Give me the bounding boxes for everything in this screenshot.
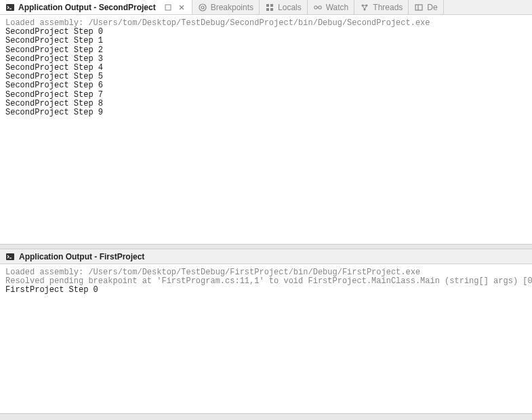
tab-watch[interactable]: Watch <box>308 0 355 14</box>
output-line: SecondProject Step 9 <box>5 108 527 117</box>
output-line: SecondProject Step 3 <box>5 55 527 64</box>
tab-application-output[interactable]: Application Output - SecondProject <box>0 0 192 14</box>
minimize-icon[interactable] <box>163 3 173 12</box>
tab-locals[interactable]: Locals <box>260 0 308 14</box>
output-text-top[interactable]: Loaded assembly: /Users/tom/Desktop/Test… <box>0 15 532 121</box>
tab-debug[interactable]: De <box>409 0 443 14</box>
grid-icon <box>265 3 274 12</box>
svg-point-6 <box>201 6 204 9</box>
tab-threads[interactable]: Threads <box>354 0 409 14</box>
svg-rect-9 <box>266 8 269 11</box>
output-line: SecondProject Step 8 <box>5 100 527 108</box>
tab-label: Breakpoints <box>211 3 253 12</box>
tab-label: Locals <box>278 3 302 12</box>
glasses-icon <box>313 3 323 12</box>
tab-label: De <box>427 3 437 12</box>
output-line: SecondProject Step 2 <box>5 46 527 55</box>
output-line: SecondProject Step 1 <box>5 37 527 45</box>
output-pane-bottom: Loaded assembly: /Users/tom/Desktop/Test… <box>0 264 532 413</box>
target-icon <box>198 3 207 12</box>
output-text-bottom[interactable]: Loaded assembly: /Users/tom/Desktop/Test… <box>0 264 532 299</box>
threads-icon <box>360 3 369 12</box>
terminal-icon <box>5 252 15 261</box>
output-line: SecondProject Step 7 <box>5 91 527 100</box>
svg-line-18 <box>363 5 365 9</box>
tab-label: Watch <box>326 3 349 12</box>
svg-rect-22 <box>6 253 14 260</box>
svg-rect-20 <box>415 5 422 10</box>
output-header-title: Application Output - FirstProject <box>19 252 144 261</box>
svg-point-11 <box>314 5 316 8</box>
output-pane-top: Loaded assembly: /Users/tom/Desktop/Test… <box>0 15 532 244</box>
svg-line-19 <box>365 5 367 9</box>
status-bar <box>0 413 532 420</box>
svg-point-5 <box>199 4 206 11</box>
terminal-icon <box>5 3 15 12</box>
output-line: SecondProject Step 6 <box>5 81 527 90</box>
tab-label: Application Output - SecondProject <box>18 3 156 12</box>
svg-rect-0 <box>6 4 14 11</box>
tab-breakpoints[interactable]: Breakpoints <box>192 0 260 14</box>
svg-point-12 <box>319 5 321 8</box>
output-line: FirstProject Step 0 <box>5 286 527 295</box>
svg-rect-10 <box>270 8 273 11</box>
splitter[interactable] <box>0 244 532 249</box>
svg-rect-2 <box>165 5 171 10</box>
svg-rect-8 <box>270 4 273 7</box>
tab-bar: Application Output - SecondProject Break… <box>0 0 532 15</box>
panel-icon <box>414 3 424 12</box>
output-header-bottom[interactable]: Application Output - FirstProject <box>0 249 532 264</box>
close-icon[interactable] <box>177 3 186 12</box>
tab-label: Threads <box>373 3 403 12</box>
svg-rect-7 <box>266 4 269 7</box>
